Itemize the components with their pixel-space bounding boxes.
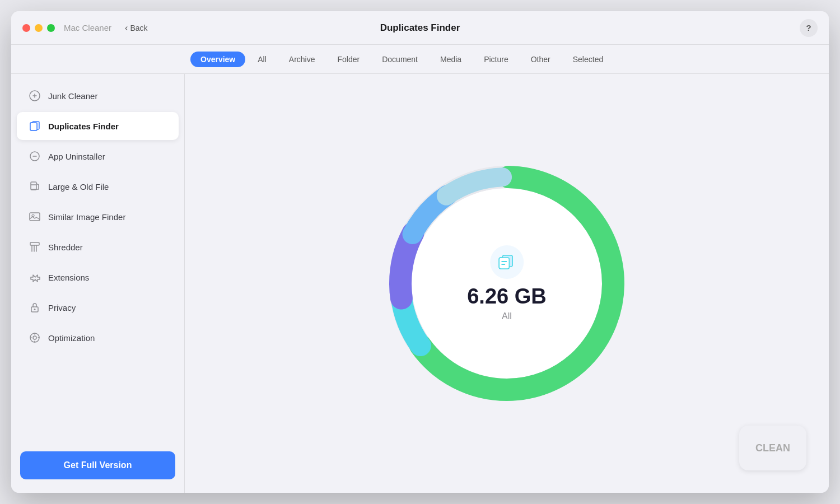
app-title: Mac Cleaner xyxy=(64,23,111,32)
maximize-button[interactable] xyxy=(47,24,55,32)
duplicates-finder-icon xyxy=(28,119,41,133)
clean-label: CLEAN xyxy=(755,442,790,454)
chevron-left-icon: ‹ xyxy=(125,23,128,33)
junk-cleaner-icon xyxy=(28,89,41,102)
tab-document[interactable]: Document xyxy=(372,52,428,67)
svg-point-12 xyxy=(33,336,36,339)
large-old-file-icon xyxy=(28,180,41,193)
svg-rect-8 xyxy=(30,242,39,245)
svg-rect-3 xyxy=(30,123,37,130)
sidebar-label-app-uninstaller: App Uninstaller xyxy=(48,152,105,161)
clean-button[interactable]: CLEAN xyxy=(739,426,806,470)
sidebar-item-optimization[interactable]: Optimization xyxy=(17,324,179,352)
similar-image-finder-icon xyxy=(28,210,41,223)
svg-rect-6 xyxy=(30,213,40,221)
minimize-button[interactable] xyxy=(35,24,43,32)
svg-rect-5 xyxy=(31,182,36,190)
sidebar-item-similar-image-finder[interactable]: Similar Image Finder xyxy=(17,203,179,231)
tab-archive[interactable]: Archive xyxy=(279,52,325,67)
back-label: Back xyxy=(130,24,147,32)
sidebar-item-large-old-file[interactable]: Large & Old File xyxy=(17,172,179,200)
sidebar-item-app-uninstaller[interactable]: App Uninstaller xyxy=(17,142,179,170)
tab-overview[interactable]: Overview xyxy=(190,52,245,67)
svg-rect-24 xyxy=(501,261,507,262)
svg-rect-23 xyxy=(499,258,509,269)
sidebar-label-duplicates-finder: Duplicates Finder xyxy=(48,122,119,131)
shredder-icon xyxy=(28,240,41,254)
sidebar-label-similar-image-finder: Similar Image Finder xyxy=(48,212,125,222)
svg-point-7 xyxy=(32,214,34,217)
chart-center: 6.26 GB All xyxy=(467,245,547,321)
sidebar-item-junk-cleaner[interactable]: Junk Cleaner xyxy=(17,82,179,110)
traffic-lights xyxy=(22,24,55,32)
privacy-icon xyxy=(28,301,41,314)
tab-selected[interactable]: Selected xyxy=(563,52,613,67)
sidebar-label-extensions: Extensions xyxy=(48,273,89,282)
svg-rect-25 xyxy=(501,264,505,265)
content-area: 6.26 GB All CLEAN xyxy=(185,74,829,493)
tab-other[interactable]: Other xyxy=(521,52,561,67)
sidebar-label-shredder: Shredder xyxy=(48,242,83,252)
sidebar-item-duplicates-finder[interactable]: Duplicates Finder xyxy=(17,112,179,140)
app-window: Mac Cleaner ‹ Back Duplicates Finder ? O… xyxy=(11,11,829,493)
titlebar: Mac Cleaner ‹ Back Duplicates Finder ? xyxy=(11,11,829,45)
duplicates-icon xyxy=(490,245,524,279)
get-full-version-button[interactable]: Get Full Version xyxy=(20,451,175,479)
chart-container: 6.26 GB All xyxy=(384,160,630,407)
sidebar-label-large-old-file: Large & Old File xyxy=(48,182,109,192)
sidebar-item-shredder[interactable]: Shredder xyxy=(17,233,179,261)
tab-folder[interactable]: Folder xyxy=(328,52,370,67)
back-button[interactable]: ‹ Back xyxy=(125,23,147,33)
tab-media[interactable]: Media xyxy=(430,52,472,67)
sidebar-item-extensions[interactable]: Extensions xyxy=(17,263,179,291)
sidebar-label-privacy: Privacy xyxy=(48,303,76,312)
close-button[interactable] xyxy=(22,24,30,32)
tab-all[interactable]: All xyxy=(248,52,277,67)
app-uninstaller-icon xyxy=(28,150,41,163)
sidebar-item-privacy[interactable]: Privacy xyxy=(17,293,179,321)
sidebar: Junk Cleaner Duplicates Finder xyxy=(11,74,185,493)
window-title: Duplicates Finder xyxy=(380,22,460,34)
svg-point-10 xyxy=(34,309,36,310)
sidebar-label-optimization: Optimization xyxy=(48,333,95,343)
help-button[interactable]: ? xyxy=(800,19,818,37)
tabbar: Overview All Archive Folder Document Med… xyxy=(11,45,829,74)
main-content: Junk Cleaner Duplicates Finder xyxy=(11,74,829,493)
tab-picture[interactable]: Picture xyxy=(474,52,519,67)
sidebar-label-junk-cleaner: Junk Cleaner xyxy=(48,91,97,101)
optimization-icon xyxy=(28,331,41,344)
extensions-icon xyxy=(28,270,41,284)
total-size: 6.26 GB xyxy=(467,286,547,307)
chart-all-label: All xyxy=(502,311,512,321)
